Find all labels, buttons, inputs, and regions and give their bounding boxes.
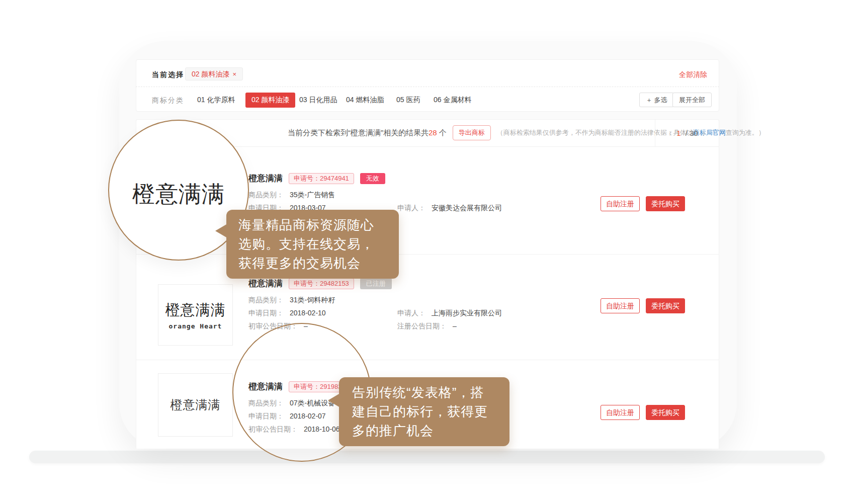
category-tab-05[interactable]: 05 医药 xyxy=(396,96,420,105)
results-summary-text: 当前分类下检索到“橙意满满”相关的结果共28 个 xyxy=(288,128,447,138)
self-register-button[interactable]: 自助注册 xyxy=(601,196,640,211)
laptop-base-bar xyxy=(29,451,825,463)
multi-select-button[interactable]: ＋ 多选 xyxy=(639,93,674,107)
clear-all-link[interactable]: 全部清除 xyxy=(679,70,703,79)
pagination: ‹ 1 / 30 › xyxy=(655,119,719,146)
next-page-icon[interactable]: › xyxy=(703,128,706,138)
category-tab-01[interactable]: 01 化学原料 xyxy=(197,96,235,105)
status-badge: 已注册 xyxy=(360,278,392,289)
category-line: 商品类别：31类-饲料种籽 xyxy=(248,295,335,304)
apply-no-badge: 申请号：29482153 xyxy=(289,278,354,289)
selected-filter-tag[interactable]: 02 颜料油漆× xyxy=(185,67,243,80)
category-tab-03[interactable]: 03 日化用品 xyxy=(299,96,337,105)
tag-close-icon[interactable]: × xyxy=(232,70,236,78)
trademark-category-label: 商标分类 xyxy=(152,96,184,105)
tooltip-arrow-icon xyxy=(328,393,340,407)
selected-filter-tag-label: 02 颜料油漆 xyxy=(192,70,229,78)
logo-main-text: 橙意满满 xyxy=(165,300,226,320)
category-tab-06[interactable]: 06 金属材料 xyxy=(434,96,471,105)
row-divider xyxy=(136,254,719,255)
filter-divider xyxy=(136,87,719,87)
logo-sub-text: orange Heart xyxy=(169,322,222,330)
status-badge: 无效 xyxy=(360,173,385,184)
self-register-button[interactable]: 自助注册 xyxy=(601,405,640,420)
entrust-buy-button[interactable]: 委托购买 xyxy=(646,298,685,313)
expand-all-button[interactable]: 展开全部 xyxy=(672,93,712,107)
trademark-logo-3: 橙意满满 xyxy=(158,373,233,437)
trademark-name: 橙意满满 申请号：29474941 无效 xyxy=(248,172,385,185)
trademark-name: 橙意满满 申请号：29482153 已注册 xyxy=(248,277,392,290)
entrust-buy-button[interactable]: 委托购买 xyxy=(646,196,685,211)
results-count: 28 xyxy=(429,128,437,137)
magnified-trademark-text: 橙意满满 xyxy=(132,179,225,209)
total-pages: / 30 xyxy=(686,129,698,137)
disclaimer-text: （商标检索结果仅供参考，不作为商标能否注册的法律依据；具体以商标局官网查询为准。… xyxy=(497,128,765,137)
category-tab-04[interactable]: 04 燃料油脂 xyxy=(346,96,384,105)
current-selection-label: 当前选择 xyxy=(152,70,184,79)
trademark-logo-2: 橙意满满 orange Heart xyxy=(158,284,233,346)
row-divider xyxy=(136,360,719,360)
category-line: 商品类别：35类-广告销售 xyxy=(248,190,335,199)
tooltip-arrow-icon xyxy=(215,224,227,238)
entrust-buy-button[interactable]: 委托购买 xyxy=(646,405,685,420)
apply-date-line: 申请日期：2018-02-10 申请人：上海雨步实业有限公司 xyxy=(248,308,326,317)
logo-main-text: 橙意满满 xyxy=(170,397,221,413)
tooltip-marketplace: 海量精品商标资源随心选购。支持在线交易，获得更多的交易机会 xyxy=(226,210,399,279)
self-register-button[interactable]: 自助注册 xyxy=(601,298,640,313)
page: 当前选择 02 颜料油漆× 全部清除 商标分类 01 化学原料 02 颜料油漆 … xyxy=(0,0,853,504)
apply-no-badge: 申请号：29474941 xyxy=(289,173,354,184)
tooltip-promotion: 告别传统“发表格”，搭建自己的标行，获得更多的推广机会 xyxy=(339,377,509,446)
category-tab-02-selected[interactable]: 02 颜料油漆 xyxy=(245,93,295,108)
current-page: 1 xyxy=(676,129,680,137)
export-trademark-button[interactable]: 导出商标 xyxy=(453,125,491,140)
prev-page-icon[interactable]: ‹ xyxy=(669,128,672,138)
